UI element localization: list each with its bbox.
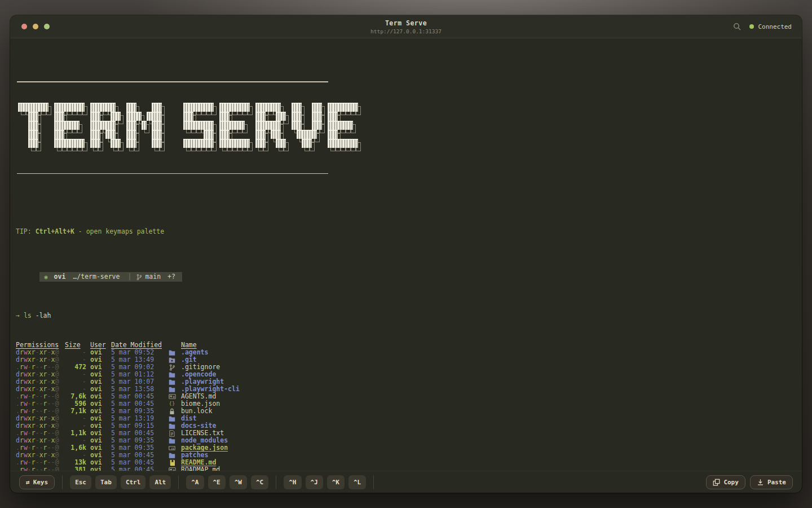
- key-button-ctrl-e[interactable]: ^E: [208, 475, 226, 489]
- key-button-esc[interactable]: Esc: [70, 475, 91, 489]
- copy-button[interactable]: Copy: [706, 475, 745, 489]
- key-button-ctrl-k[interactable]: ^K: [327, 475, 345, 489]
- folder-icon: [167, 371, 177, 378]
- keys-label: Keys: [33, 479, 48, 486]
- folder-icon: [167, 386, 177, 392]
- file-name: biome.json: [181, 400, 802, 408]
- key-button-ctrl-h[interactable]: ^H: [284, 475, 301, 489]
- app-window: Term Serve http://127.0.0.1:31337 Connec…: [10, 15, 802, 493]
- toolbar: ⇄ Keys EscTabCtrlAlt^A^E^W^C^H^J^K^L Cop…: [10, 471, 802, 493]
- minimize-button[interactable]: [33, 24, 38, 29]
- connection-status: Connected: [749, 23, 792, 30]
- file-name: package.json: [181, 444, 802, 452]
- file-name: docs-site: [181, 422, 802, 430]
- file-row: .rw-r--r--@381ovi5 mar 00:45ROADMAP.md: [16, 466, 802, 471]
- command-line: →ls -lah: [16, 312, 802, 319]
- status-dot-icon: [749, 24, 754, 29]
- folder-icon: [167, 452, 177, 458]
- logo-letter: [183, 103, 217, 151]
- prompt-separator: |: [127, 273, 131, 281]
- traffic-lights: [21, 24, 50, 29]
- swap-arrows-icon: ⇄: [26, 479, 30, 486]
- window-title: Term Serve: [10, 19, 802, 27]
- prompt-path: …/term-serve: [73, 273, 120, 281]
- logo-rule-bottom: [17, 173, 328, 174]
- logo-letter: [126, 103, 165, 151]
- paste-label: Paste: [767, 479, 786, 486]
- file-size: 381: [65, 466, 86, 471]
- titlebar: Term Serve http://127.0.0.1:31337 Connec…: [10, 15, 802, 38]
- status-label: Connected: [758, 23, 792, 30]
- logo-letter: [255, 103, 289, 151]
- markdown-icon: [167, 467, 177, 471]
- file-listing: PermissionsSizeUserDate ModifiedNamedrwx…: [16, 341, 802, 471]
- file-name: .agents: [181, 349, 802, 356]
- logo-letter: [54, 103, 87, 151]
- folder-icon: [167, 379, 177, 385]
- keys-button[interactable]: ⇄ Keys: [19, 475, 55, 489]
- npm-icon: [167, 445, 177, 451]
- folder-icon: [167, 437, 177, 444]
- key-button-ctrl-w[interactable]: ^W: [230, 475, 247, 489]
- file-name: node_modules: [181, 437, 802, 444]
- logo-text: [18, 103, 802, 151]
- toolbar-divider: [178, 475, 179, 489]
- file-name: ROADMAP.md: [181, 466, 802, 471]
- terminal-screen[interactable]: TIP: Ctrl+Alt+K - open keymaps palette ◉…: [10, 39, 802, 471]
- key-button-tab[interactable]: Tab: [95, 475, 117, 489]
- braces-icon: {}: [167, 400, 177, 408]
- key-button-alt[interactable]: Alt: [149, 475, 171, 489]
- ascii-logo: [16, 67, 802, 189]
- file-name: .playwright: [181, 378, 802, 386]
- key-button-ctrl[interactable]: Ctrl: [121, 475, 146, 489]
- close-button[interactable]: [21, 24, 27, 29]
- search-icon[interactable]: [732, 22, 742, 31]
- column-header: Name: [181, 341, 802, 349]
- file-name: .playwright-cli: [181, 386, 802, 393]
- key-button-ctrl-l[interactable]: ^L: [348, 475, 366, 489]
- folder-icon: [167, 349, 177, 356]
- file-name: AGENTS.md: [181, 393, 802, 400]
- logo-rule-top: [17, 81, 328, 82]
- doc-icon: [167, 430, 177, 437]
- git-branch-icon: [136, 274, 142, 281]
- file-name: bun.lock: [181, 408, 802, 415]
- folder-icon: [167, 415, 177, 422]
- command-args: -lah: [32, 312, 51, 319]
- prompt-arrow: →: [16, 312, 20, 319]
- file-name: LICENSE.txt: [181, 430, 802, 437]
- file-name: patches: [181, 452, 802, 459]
- permissions: .rw-r--r--@: [16, 466, 61, 471]
- lock-icon: [167, 408, 177, 415]
- folder-icon: [167, 423, 177, 429]
- paste-button[interactable]: Paste: [750, 475, 793, 489]
- prompt-git-status: +?: [167, 273, 175, 281]
- tip-shortcut: Ctrl+Alt+K: [36, 227, 74, 235]
- file-name: README.md: [181, 459, 802, 466]
- key-button-ctrl-c[interactable]: ^C: [251, 475, 268, 489]
- file-owner: ovi: [90, 466, 107, 471]
- file-name: .git: [181, 356, 802, 364]
- copy-icon: [713, 479, 720, 486]
- prompt-bar: ◉ ovi …/term-serve | main +?: [39, 272, 182, 282]
- command-name: ls: [24, 312, 32, 319]
- zoom-button[interactable]: [44, 24, 50, 29]
- file-name: .gitignore: [181, 364, 802, 371]
- logo-letter: [292, 103, 325, 151]
- file-name: dist: [181, 415, 802, 422]
- copy-label: Copy: [723, 479, 739, 486]
- key-button-ctrl-a[interactable]: ^A: [186, 475, 204, 489]
- file-name: .opencode: [181, 371, 802, 378]
- prompt-user: ovi: [54, 273, 66, 281]
- window-url: http://127.0.0.1:31337: [10, 28, 802, 34]
- book-icon: [167, 459, 177, 466]
- toolbar-divider: [62, 475, 63, 489]
- markdown-icon: [167, 393, 177, 400]
- toolbar-divider: [373, 475, 374, 489]
- key-button-ctrl-j[interactable]: ^J: [306, 475, 323, 489]
- date-modified: 5 mar 00:45: [111, 466, 163, 471]
- git-folder-icon: [167, 357, 177, 363]
- git-icon: [167, 364, 177, 371]
- logo-letter: [90, 103, 123, 151]
- prompt-branch: main: [145, 273, 161, 281]
